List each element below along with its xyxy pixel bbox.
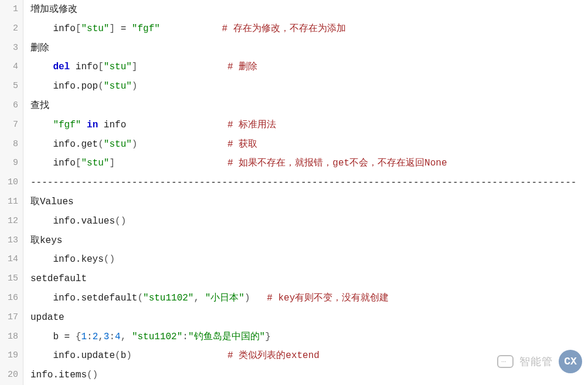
code-line: info.update(b) # 类似列表的extend [30,346,588,366]
code-line: info.setdefault("stu1102", "小日本") # key有… [30,289,588,308]
code-token-id [30,23,53,34]
line-number: 7 [0,116,18,135]
code-token-id: info.pop [53,81,98,92]
line-number: 2 [0,19,18,39]
code-line: 查找 [30,96,588,116]
code-token-punc: , [193,293,199,303]
code-line: 增加或修改 [30,0,588,19]
code-token-id: setdefault [30,273,87,284]
code-token-punc: , [98,332,104,342]
code-token-id [250,293,267,303]
line-number: 11 [0,192,18,212]
code-token-cmt: # 标准用法 [227,120,276,130]
code-token-id: update [30,312,64,323]
code-token-str: "stu" [81,23,109,34]
code-token-punc: : [109,332,115,342]
code-line: 删除 [30,39,588,58]
code-line: info.values() [30,212,588,231]
line-number: 10 [0,173,18,192]
code-token-id: info [70,62,98,72]
code-token-id: 增加或修改 [30,4,77,15]
code-token-id [132,350,227,361]
code-token-cmt: # 如果不存在，就报错，get不会，不存在返回None [227,158,447,168]
code-line: 取keys [30,231,588,251]
code-token-str: "stu1102" [132,332,182,342]
line-number: 8 [0,135,18,154]
code-line: info.pop("stu") [30,77,588,96]
code-token-id [30,139,53,150]
line-number: 17 [0,308,18,327]
code-token-punc: [ [76,158,81,168]
code-line: update [30,308,588,327]
code-token-str: "stu1102" [143,293,193,303]
code-token-punc: ) [132,81,138,92]
code-token-cmt: # 删除 [227,62,257,72]
line-number: 12 [0,212,18,231]
code-line: setdefault [30,269,588,289]
code-token-punc: ) [126,350,132,361]
code-token-id: info.update [53,350,115,361]
code-token-id: 取Values [30,197,74,207]
code-token-id: info [53,158,75,168]
code-token-punc: () [115,216,126,227]
code-token-punc: ] [109,158,115,168]
code-token-punc: ) [132,139,138,150]
code-token-id [30,158,53,168]
code-token-id: 查找 [30,100,49,111]
code-token-punc: ] [109,23,115,34]
code-token-id [30,120,53,130]
code-token-str: "钓鱼岛是中国的" [188,332,265,342]
line-number: 16 [0,289,18,308]
code-token-id [160,23,222,34]
code-token-punc: , [121,332,127,342]
code-token-punc: ( [98,139,104,150]
code-token-id: info.keys [53,254,103,265]
code-editor-content: 增加或修改 info["stu"] = "fgf" # 存在为修改，不存在为添加… [23,0,588,385]
code-token-str: "fgf" [53,120,81,130]
code-token-id: b [121,350,127,361]
code-token-str: "小日本" [205,293,244,303]
code-token-punc: [ [76,23,81,34]
code-token-id [30,81,53,92]
code-token-id: info.setdefault [53,293,137,303]
code-token-str: "stu" [104,62,132,72]
code-token-id [126,120,227,130]
code-token-punc: { [76,332,81,342]
code-token-id [30,62,53,72]
code-token-punc: : [87,332,93,342]
line-number: 5 [0,77,18,96]
line-number: 20 [0,366,18,385]
code-token-cmt: # 获取 [227,139,257,150]
code-line: b = {1:2,3:4, "stu1102":"钓鱼岛是中国的"} [30,327,588,347]
code-line: del info["stu"] # 删除 [30,58,588,77]
line-number: 19 [0,346,18,366]
code-token-id [115,158,227,168]
code-token-id [137,139,227,150]
line-number: 6 [0,96,18,116]
code-token-punc: () [87,370,98,380]
line-number: 15 [0,269,18,289]
code-token-id [126,332,132,342]
code-line: info.get("stu") # 获取 [30,135,588,154]
code-token-punc: : [182,332,188,342]
code-token-id: info.items [30,370,87,380]
code-token-id: ----------------------------------------… [30,177,576,188]
code-line: info.items() [30,366,588,385]
code-token-id [137,62,227,72]
code-token-id [30,216,53,227]
code-token-id: info [53,23,75,34]
code-token-id: info.values [53,216,115,227]
code-token-str: "stu" [104,139,132,150]
code-line: info.keys() [30,250,588,269]
code-token-id [30,332,53,342]
code-token-num: 2 [93,332,98,342]
line-number: 9 [0,154,18,173]
code-line: "fgf" in info # 标准用法 [30,116,588,135]
line-number: 18 [0,327,18,347]
code-token-id: 删除 [30,43,49,53]
code-token-id: 取keys [30,235,62,246]
code-token-num: 1 [81,332,87,342]
line-number-gutter: 1234567891011121314151617181920 [0,0,23,385]
code-token-id [30,350,53,361]
code-token-punc: ( [115,350,121,361]
